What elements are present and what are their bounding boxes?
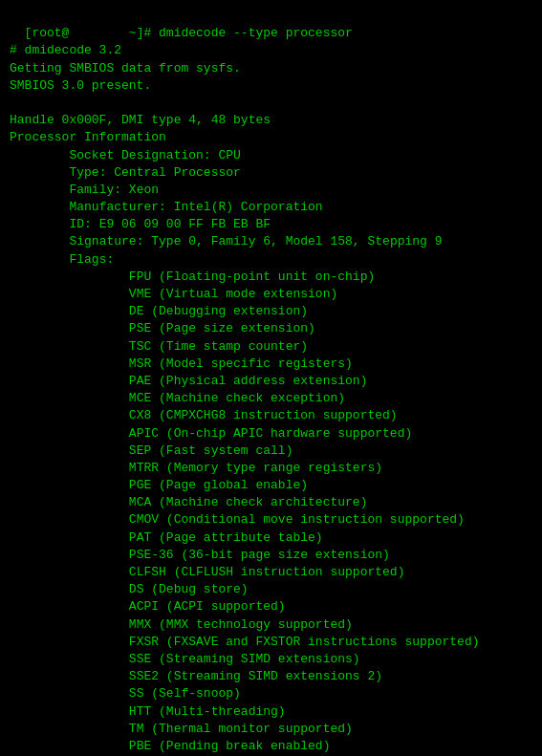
terminal-output: [root@ ~]# dmidecode --type processor # … (10, 8, 532, 756)
terminal-line-1: [root@ ~]# dmidecode --type processor # … (10, 26, 480, 756)
